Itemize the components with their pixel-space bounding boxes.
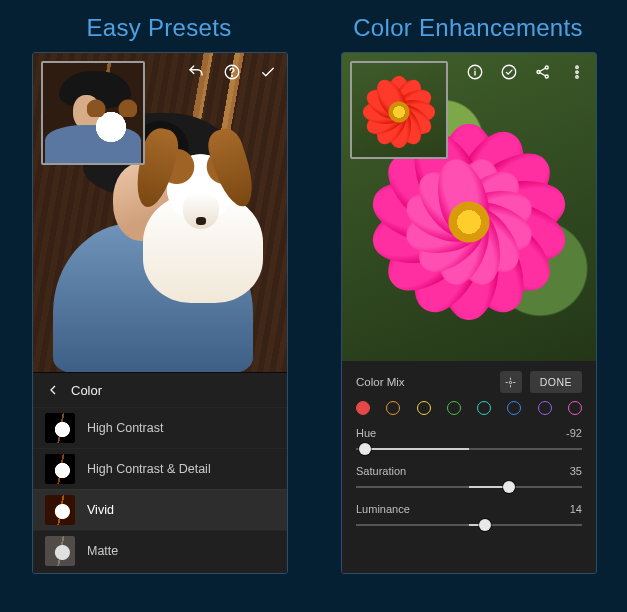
svg-point-3 — [502, 65, 516, 79]
saturation-slider[interactable] — [356, 479, 582, 495]
svg-point-7 — [576, 66, 578, 68]
preset-thumb — [45, 413, 75, 443]
preset-label: Vivid — [87, 503, 114, 517]
check-icon[interactable] — [259, 63, 277, 81]
help-icon[interactable] — [223, 63, 241, 81]
preset-label: High Contrast — [87, 421, 163, 435]
preset-item[interactable]: Matte — [33, 530, 287, 571]
done-button[interactable]: DONE — [530, 371, 582, 393]
presets-phone: Color High Contrast High Contrast & Deta… — [32, 52, 288, 574]
check-circle-icon[interactable] — [500, 63, 518, 81]
preset-thumb — [45, 536, 75, 566]
preset-thumb — [45, 495, 75, 525]
swatch-5[interactable] — [507, 401, 521, 415]
preset-item[interactable]: Vivid — [33, 489, 287, 530]
swatch-7[interactable] — [568, 401, 582, 415]
preset-label: High Contrast & Detail — [87, 462, 211, 476]
more-vert-icon[interactable] — [568, 63, 586, 81]
color-panel: Color Enhancements — [341, 0, 595, 612]
hue-label: Hue — [356, 427, 376, 439]
swatch-1[interactable] — [386, 401, 400, 415]
hue-value: -92 — [566, 427, 582, 439]
svg-point-1 — [232, 75, 233, 76]
undo-icon[interactable] — [187, 63, 205, 81]
preset-item[interactable]: High Contrast & Detail — [33, 448, 287, 489]
luminance-value: 14 — [570, 503, 582, 515]
preset-item[interactable]: High Contrast — [33, 407, 287, 448]
presets-title: Easy Presets — [32, 14, 286, 42]
original-thumbnail[interactable] — [350, 61, 448, 159]
luminance-label: Luminance — [356, 503, 410, 515]
color-phone: Color Mix DONE Hue -92 — [341, 52, 597, 574]
target-adjust-button[interactable] — [500, 371, 522, 393]
swatch-0[interactable] — [356, 401, 370, 415]
presets-back[interactable]: Color — [33, 373, 287, 407]
preset-label: Matte — [87, 544, 118, 558]
color-title: Color Enhancements — [341, 14, 595, 42]
svg-point-10 — [509, 381, 511, 383]
swatch-4[interactable] — [477, 401, 491, 415]
svg-point-8 — [576, 71, 578, 73]
swatch-3[interactable] — [447, 401, 461, 415]
swatch-2[interactable] — [417, 401, 431, 415]
saturation-value: 35 — [570, 465, 582, 477]
svg-point-9 — [576, 76, 578, 78]
preset-thumb — [45, 454, 75, 484]
presets-list: Color High Contrast High Contrast & Deta… — [33, 372, 287, 573]
presets-category-label: Color — [71, 383, 102, 398]
color-mix-label: Color Mix — [356, 376, 405, 388]
share-icon[interactable] — [534, 63, 552, 81]
color-mix-panel: Color Mix DONE Hue -92 — [342, 361, 596, 573]
saturation-label: Saturation — [356, 465, 406, 477]
swatch-6[interactable] — [538, 401, 552, 415]
hue-slider[interactable] — [356, 441, 582, 457]
color-swatches — [356, 401, 582, 415]
original-thumbnail[interactable] — [41, 61, 145, 165]
presets-panel: Easy Presets — [32, 0, 286, 612]
luminance-slider[interactable] — [356, 517, 582, 533]
help-icon[interactable] — [466, 63, 484, 81]
